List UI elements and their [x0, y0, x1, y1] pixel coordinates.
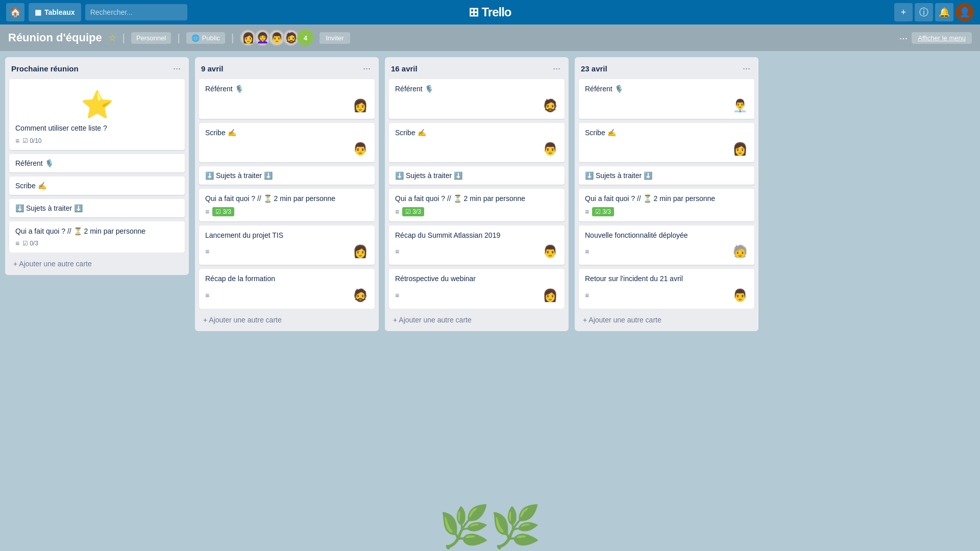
- avatar[interactable]: 👤: [955, 3, 974, 21]
- card-incident-23[interactable]: Retour sur l'incident du 21 avril≡👨: [579, 269, 754, 309]
- card-avatar: 🧔: [542, 97, 558, 114]
- check-icon: ☑: [595, 208, 601, 215]
- card-referent-23[interactable]: Référent 🎙️👨‍💼: [579, 79, 754, 119]
- card-meta: ≡🧔: [205, 287, 369, 304]
- nav-right: + ⓘ 🔔 👤: [894, 3, 974, 21]
- card-webinar-16[interactable]: Rétrospective du webinar≡👩: [389, 269, 565, 309]
- add-card-button[interactable]: + Ajouter une autre carte: [579, 313, 754, 327]
- card-referent-p[interactable]: Référent 🎙️: [9, 154, 185, 172]
- card-scribe-23[interactable]: Scribe ✍️👩: [579, 123, 754, 163]
- checklist-badge: ☑ 3/3: [592, 207, 614, 216]
- column-menu-button[interactable]: ···: [361, 62, 373, 75]
- card-meta: ≡👨: [585, 287, 748, 304]
- column-menu-button[interactable]: ···: [551, 62, 562, 75]
- card-title: Récap de la formation: [205, 274, 369, 284]
- add-card-button[interactable]: + Ajouter une autre carte: [9, 257, 185, 271]
- column-avril16: 16 avril···Référent 🎙️🧔Scribe ✍️👨⬇️ Suje…: [385, 57, 569, 331]
- board-content: Prochaine réunion···⭐Comment utiliser ce…: [0, 51, 980, 510]
- check-icon: ☑: [22, 137, 28, 144]
- card-referent-16[interactable]: Référent 🎙️🧔: [389, 79, 565, 119]
- card-title: Rétrospective du webinar: [395, 274, 558, 284]
- card-avatar: 🧓: [732, 243, 748, 260]
- column-menu-button[interactable]: ···: [171, 62, 183, 75]
- card-sujets-p[interactable]: ⬇️ Sujets à traiter ⬇️: [9, 199, 185, 217]
- public-button[interactable]: 🌐 Public: [186, 32, 225, 44]
- add-button[interactable]: +: [894, 3, 913, 21]
- card-avatar: 👨: [732, 287, 748, 304]
- card-meta: 👩: [205, 97, 369, 114]
- description-icon: ≡: [15, 137, 19, 145]
- card-title: Scribe ✍️: [395, 128, 558, 138]
- card-sujets-9[interactable]: ⬇️ Sujets à traiter ⬇️: [199, 166, 375, 185]
- card-avatar: 👩: [352, 97, 369, 114]
- card-title: Scribe ✍️: [205, 128, 369, 138]
- card-avatar: 👩: [732, 141, 748, 157]
- card-meta: ≡☑ 3/3: [395, 207, 558, 216]
- card-referent-9[interactable]: Référent 🎙️👩: [199, 79, 375, 119]
- card-qui-16[interactable]: Qui a fait quoi ? // ⏳ 2 min par personn…: [389, 189, 565, 221]
- card-qui-p[interactable]: Qui a fait quoi ? // ⏳ 2 min par personn…: [9, 221, 185, 253]
- description-icon: ≡: [15, 239, 19, 247]
- card-title: Lancement du projet TIS: [205, 231, 369, 241]
- column-menu-button[interactable]: ···: [741, 62, 752, 75]
- card-title: Qui a fait quoi ? // ⏳ 2 min par personn…: [205, 194, 369, 204]
- add-card-button[interactable]: + Ajouter une autre carte: [389, 313, 565, 327]
- description-icon: ≡: [205, 247, 209, 256]
- info-button[interactable]: ⓘ: [915, 3, 933, 21]
- card-scribe-9[interactable]: Scribe ✍️👨: [199, 123, 375, 163]
- description-icon: ≡: [205, 208, 209, 216]
- card-fonctionnalite-23[interactable]: Nouvelle fonctionnalité déployée≡🧓: [579, 226, 754, 265]
- card-title: Récap du Summit Atlassian 2019: [395, 231, 558, 241]
- trello-icon: ⊞: [469, 5, 478, 19]
- card-qui-9[interactable]: Qui a fait quoi ? // ⏳ 2 min par personn…: [199, 189, 375, 221]
- column-title: Prochaine réunion: [11, 64, 79, 73]
- card-title: Qui a fait quoi ? // ⏳ 2 min par personn…: [395, 194, 558, 204]
- card-title: Comment utiliser cette liste ?: [15, 123, 179, 134]
- personal-button[interactable]: Personnel: [131, 32, 172, 44]
- card-meta: ≡☑ 0/10: [15, 137, 179, 145]
- card-title: Nouvelle fonctionnalité déployée: [585, 231, 748, 241]
- board-header: Réunion d'équipe ☆ | Personnel | 🌐 Publi…: [0, 24, 980, 51]
- member-count[interactable]: 4: [297, 30, 313, 46]
- star-icon: ⭐: [81, 89, 114, 120]
- card-scribe-p[interactable]: Scribe ✍️: [9, 177, 185, 195]
- card-sujets-23[interactable]: ⬇️ Sujets à traiter ⬇️: [579, 166, 754, 185]
- card-avatar: 👨: [542, 243, 558, 260]
- card-how-to[interactable]: ⭐Comment utiliser cette liste ?≡☑ 0/10: [9, 79, 185, 150]
- column-header-avril16: 16 avril···: [385, 57, 569, 79]
- check-icon: ☑: [215, 208, 221, 215]
- add-card-button[interactable]: + Ajouter une autre carte: [199, 313, 375, 327]
- card-meta: ≡👩: [205, 243, 369, 260]
- card-avatar: 👩: [352, 243, 369, 260]
- check-icon: ☑: [22, 240, 28, 247]
- checklist-badge: ☑ 0/3: [22, 240, 38, 247]
- card-meta: 👨‍💼: [585, 97, 748, 114]
- search-input[interactable]: [85, 4, 187, 20]
- top-nav: 🏠 ▦ Tableaux ⊞ Trello + ⓘ 🔔 👤: [0, 0, 980, 24]
- home-button[interactable]: 🏠: [6, 3, 24, 21]
- card-avatar: 👨: [542, 141, 558, 157]
- notifications-button[interactable]: 🔔: [935, 3, 953, 21]
- card-atlassian-16[interactable]: Récap du Summit Atlassian 2019≡👨: [389, 226, 565, 265]
- card-title: Référent 🎙️: [205, 84, 369, 94]
- column-cards-avril23: Référent 🎙️👨‍💼Scribe ✍️👩⬇️ Sujets à trai…: [575, 79, 758, 309]
- column-prochaine: Prochaine réunion···⭐Comment utiliser ce…: [5, 57, 189, 275]
- more-options-button[interactable]: ···: [899, 32, 908, 44]
- card-meta: 👩: [585, 141, 748, 157]
- board-members: 👩 👩‍🦱 👨 🧔 4: [242, 30, 313, 46]
- star-button[interactable]: ☆: [108, 32, 116, 43]
- card-meta: ≡☑ 0/3: [15, 239, 179, 247]
- card-sujets-16[interactable]: ⬇️ Sujets à traiter ⬇️: [389, 166, 565, 185]
- column-title: 16 avril: [391, 64, 418, 73]
- column-avril23: 23 avril···Référent 🎙️👨‍💼Scribe ✍️👩⬇️ Su…: [575, 57, 758, 331]
- card-meta: 🧔: [395, 97, 558, 114]
- invite-button[interactable]: Inviter: [320, 32, 350, 44]
- show-menu-button[interactable]: Afficher le menu: [912, 32, 972, 44]
- card-formation-9[interactable]: Récap de la formation≡🧔: [199, 269, 375, 309]
- card-qui-23[interactable]: Qui a fait quoi ? // ⏳ 2 min par personn…: [579, 189, 754, 221]
- card-scribe-16[interactable]: Scribe ✍️👨: [389, 123, 565, 163]
- boards-button[interactable]: ▦ Tableaux: [29, 3, 81, 21]
- card-avatar: 👨‍💼: [732, 97, 748, 114]
- card-tis-9[interactable]: Lancement du projet TIS≡👩: [199, 226, 375, 265]
- card-meta: ≡☑ 3/3: [585, 207, 748, 216]
